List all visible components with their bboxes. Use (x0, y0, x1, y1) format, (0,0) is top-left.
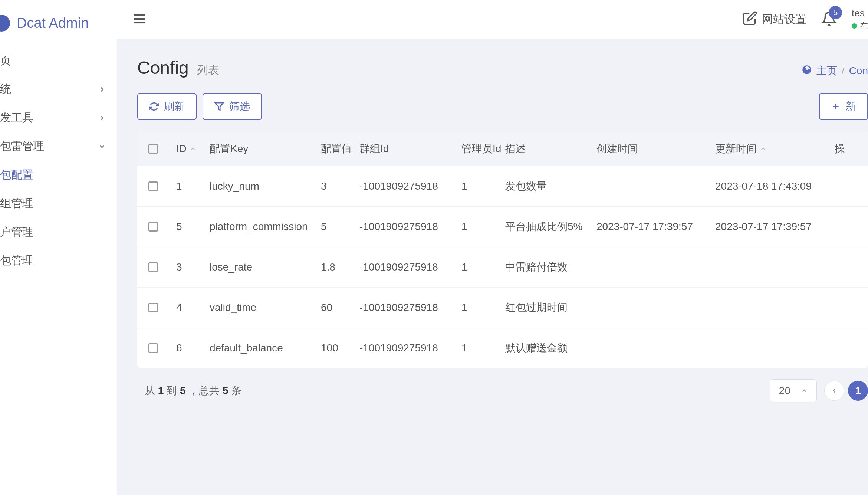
site-settings-label: 网站设置 (762, 12, 806, 27)
cell-value: 1.8 (321, 261, 359, 273)
cell-group: -1001909275918 (359, 342, 461, 354)
cell-value: 3 (321, 180, 359, 192)
pagination-info: 从 1 到 5 ，总共 5 条 (145, 384, 241, 398)
table-row: 1 lucky_num 3 -1001909275918 1 发包数量 2023… (137, 166, 868, 207)
cell-admin: 1 (461, 342, 505, 354)
col-group-header[interactable]: 群组Id (359, 142, 461, 156)
table-row: 6 default_balance 100 -1001909275918 1 默… (137, 328, 868, 368)
col-desc-header[interactable]: 描述 (505, 142, 596, 156)
sidebar-item-label: 页 (0, 53, 11, 68)
sidebar-item-label: 包配置 (0, 167, 33, 183)
cell-updated: 2023-07-17 17:39:57 (715, 221, 835, 233)
cell-updated: 2023-07-18 17:43:09 (715, 180, 835, 192)
cell-desc: 平台抽成比例5% (505, 220, 596, 234)
site-settings-button[interactable]: 网站设置 (743, 11, 806, 28)
cell-key: lucky_num (210, 180, 321, 192)
chevron-down-icon (98, 143, 106, 150)
table-header: ID 配置Key 配置值 群组Id 管理员Id 描述 创建时间 更新时间 (137, 131, 868, 166)
sidebar-item-label: 包雷管理 (0, 139, 45, 154)
cell-key: default_balance (210, 342, 321, 354)
brand-logo (0, 15, 10, 32)
pagination-bar: 从 1 到 5 ，总共 5 条 20 1 (137, 368, 868, 402)
cell-created: 2023-07-17 17:39:57 (596, 221, 715, 233)
row-checkbox[interactable] (148, 262, 158, 272)
row-checkbox[interactable] (148, 303, 158, 312)
cell-admin: 1 (461, 302, 505, 314)
col-updated-header[interactable]: 更新时间 (715, 142, 757, 156)
cell-group: -1001909275918 (359, 221, 461, 233)
cell-value: 60 (321, 302, 359, 314)
cell-admin: 1 (461, 180, 505, 192)
cell-desc: 中雷赔付倍数 (505, 260, 596, 274)
svg-marker-3 (215, 103, 223, 110)
cell-id: 4 (176, 302, 210, 314)
pager-page-label: 1 (855, 385, 861, 397)
table-row: 5 platform_commission 5 -1001909275918 1… (137, 207, 868, 247)
cell-key: platform_commission (210, 221, 321, 233)
status-dot-icon (852, 23, 857, 29)
pager-page-button[interactable]: 1 (848, 381, 868, 401)
new-label: 新 (846, 99, 856, 114)
chevron-right-icon (98, 86, 106, 93)
sidebar: Dcat Admin 页 统 发工具 包雷管理 (0, 0, 117, 495)
page-size-value: 20 (779, 385, 790, 397)
edit-icon (743, 11, 757, 28)
breadcrumb-separator: / (842, 65, 845, 77)
sidebar-item-redpacket[interactable]: 包管理 (0, 246, 117, 275)
cell-id: 3 (176, 261, 210, 273)
refresh-button[interactable]: 刷新 (137, 93, 197, 120)
cell-key: valid_time (210, 302, 321, 314)
row-checkbox[interactable] (148, 343, 158, 353)
select-all-checkbox[interactable] (148, 144, 158, 154)
plus-icon (831, 102, 841, 111)
user-menu[interactable]: tes 在 (852, 7, 868, 32)
config-table: ID 配置Key 配置值 群组Id 管理员Id 描述 创建时间 更新时间 (137, 131, 868, 368)
col-created-header[interactable]: 创建时间 (596, 142, 715, 156)
menu-toggle-button[interactable] (132, 12, 147, 28)
breadcrumb-home[interactable]: 主页 (816, 64, 837, 78)
sidebar-item-devtools[interactable]: 发工具 (0, 104, 117, 132)
sidebar-item-user[interactable]: 户管理 (0, 218, 117, 246)
user-name-label: tes (852, 7, 865, 19)
sidebar-item-label: 户管理 (0, 224, 33, 240)
brand-area[interactable]: Dcat Admin (0, 7, 117, 46)
cell-id: 1 (176, 180, 210, 192)
brand-name: Dcat Admin (17, 15, 89, 31)
sidebar-item-config[interactable]: 包配置 (0, 161, 117, 189)
cell-admin: 1 (461, 261, 505, 273)
cell-admin: 1 (461, 221, 505, 233)
col-value-header[interactable]: 配置值 (321, 142, 359, 156)
content-area: Config 列表 主页 / Con (117, 39, 868, 495)
sidebar-item-label: 统 (0, 82, 11, 97)
col-key-header[interactable]: 配置Key (210, 142, 321, 156)
page-size-select[interactable]: 20 (770, 379, 817, 402)
col-admin-header[interactable]: 管理员Id (461, 142, 505, 156)
row-checkbox[interactable] (148, 222, 158, 232)
table-row: 3 lose_rate 1.8 -1001909275918 1 中雷赔付倍数 (137, 247, 868, 288)
page-subtitle: 列表 (197, 63, 219, 78)
sidebar-item-bomb-mgmt[interactable]: 包雷管理 (0, 132, 117, 161)
breadcrumb-current: Con (849, 65, 868, 77)
user-status-label: 在 (860, 20, 868, 32)
row-checkbox[interactable] (148, 181, 158, 191)
chevron-up-icon (801, 385, 808, 397)
filter-label: 筛选 (229, 99, 250, 114)
sidebar-item-home[interactable]: 页 (0, 46, 117, 75)
pager-prev-button[interactable] (824, 381, 844, 401)
cell-key: lose_rate (210, 261, 321, 273)
cell-desc: 默认赠送金额 (505, 341, 596, 355)
table-row: 4 valid_time 60 -1001909275918 1 红包过期时间 (137, 288, 868, 328)
chevron-right-icon (98, 114, 106, 122)
page-title: Config (137, 58, 189, 78)
new-button[interactable]: 新 (819, 93, 868, 120)
notifications-button[interactable]: 5 (821, 11, 837, 28)
sidebar-item-system[interactable]: 统 (0, 75, 117, 104)
chevron-left-icon (831, 387, 838, 394)
sort-asc-icon (760, 143, 766, 155)
sort-asc-icon (190, 143, 196, 155)
refresh-icon (149, 102, 159, 111)
col-id-header[interactable]: ID (176, 143, 187, 155)
cell-group: -1001909275918 (359, 302, 461, 314)
sidebar-item-group[interactable]: 组管理 (0, 189, 117, 218)
filter-button[interactable]: 筛选 (203, 93, 262, 120)
